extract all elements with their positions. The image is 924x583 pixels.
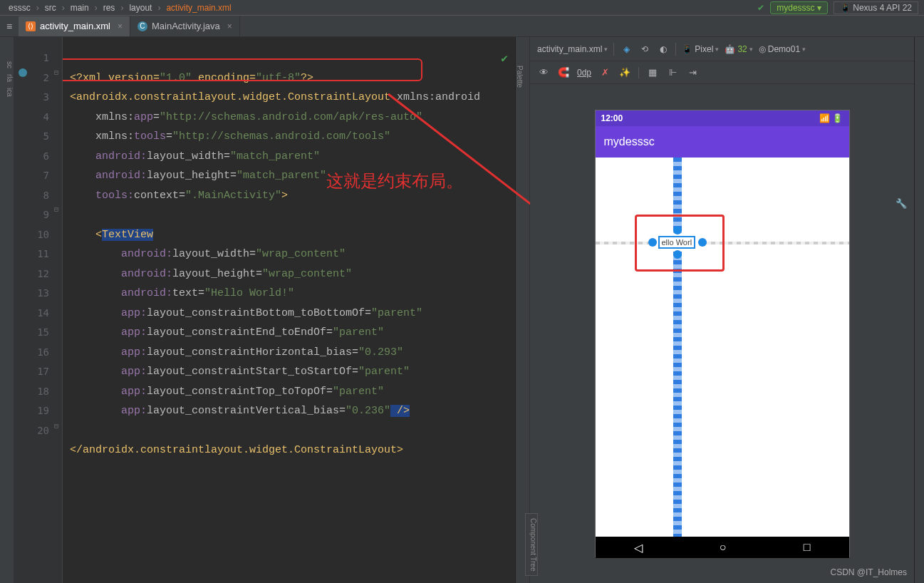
crumb[interactable]: src [45,3,56,13]
crumb[interactable]: main [71,3,89,13]
content-area[interactable]: ello Worl [596,158,849,537]
handle[interactable] [698,238,707,247]
home-icon: ○ [720,541,727,554]
run-config-dropdown[interactable]: mydesssc ▾ [770,1,828,14]
textview-widget[interactable]: ello Worl [658,236,696,249]
fold-icon[interactable]: ⊟ [52,205,61,214]
back-icon: ◁ [634,541,643,554]
file-dropdown[interactable]: activity_main.xml [537,44,608,54]
fold-icon[interactable]: ⊟ [52,422,61,430]
status-bar: 12:00 📶 🔋 [596,110,849,126]
align-icon[interactable]: ▦ [646,66,659,79]
layout-toolbar-2: 👁 🧲 0dp ✗ ✨ ▦ ⊩ ⇥ [530,61,914,84]
tab-label: activity_main.xml [40,21,110,31]
handle[interactable] [648,238,657,247]
watermark: CSDN @IT_Holmes [830,567,907,577]
tab-activity-main[interactable]: ⟨⟩ activity_main.xml × [19,16,130,36]
night-mode-icon[interactable]: ◐ [657,43,670,56]
fold-icon[interactable]: ⊟ [52,68,61,77]
wrench-icon[interactable]: 🔧 [896,198,907,209]
device-select[interactable]: 📱 Pixel [682,44,719,54]
design-surface-icon[interactable]: ◈ [620,43,633,56]
gutter: 1234 5678 9101112 13141516 17181920 ⊟ ⊟ … [14,37,63,583]
code-editor[interactable]: 1234 5678 9101112 13141516 17181920 ⊟ ⊟ … [14,37,515,583]
theme-select[interactable]: ◎ Demo01 [759,44,806,54]
handle[interactable] [673,250,682,259]
device-dropdown[interactable]: 📱 Nexus 4 API 22 [834,1,918,14]
orientation-icon[interactable]: ⟲ [638,43,651,56]
handle[interactable] [673,226,682,234]
crumb[interactable]: res [103,3,115,13]
xml-file-icon: ⟨⟩ [26,21,36,31]
infer-constraints-icon[interactable]: ✨ [618,66,631,79]
annotation-text: 这就是约束布局。 [326,172,463,192]
recents-icon: □ [804,541,811,554]
magnet-icon[interactable]: 🧲 [557,66,570,79]
sync-ok-icon: ✔ [757,3,764,13]
api-select[interactable]: 🤖 32 [725,44,752,54]
editor-tabs: ≡ ⟨⟩ activity_main.xml × C MainActivity.… [0,16,924,37]
close-icon[interactable]: × [227,21,232,31]
close-icon[interactable]: × [118,21,123,31]
java-file-icon: C [137,21,147,31]
right-tool-strip[interactable] [914,37,924,583]
default-margin[interactable]: 0dp [577,68,591,78]
inspection-ok-icon[interactable]: ✔ [501,50,508,70]
view-options-icon[interactable]: 👁 [537,66,550,79]
pack-icon[interactable]: ⇥ [686,66,699,79]
guideline-icon[interactable]: ⊩ [666,66,679,79]
device-preview[interactable]: 12:00 📶 🔋 mydesssc ello Worl [595,110,850,557]
breakpoint-icon[interactable] [19,68,27,77]
constraint-spring-bottom [673,252,682,537]
app-bar: mydesssc [596,126,849,158]
tab-label: MainActivity.java [152,21,220,31]
layout-toolbar-1: activity_main.xml ◈ ⟲ ◐ 📱 Pixel 🤖 32 ◎ D… [530,37,914,61]
left-tool-strip[interactable]: scrlaica [0,37,14,583]
tab-main-activity[interactable]: C MainActivity.java × [130,16,240,36]
component-tree-tab[interactable]: Component Tree [525,513,538,577]
crumb[interactable]: activity_main.xml [166,3,231,13]
app-title: mydesssc [604,135,655,148]
crumb[interactable]: esssc [9,3,31,13]
design-canvas[interactable]: 🔧 12:00 📶 🔋 mydesssc [530,84,914,583]
annotation-box [63,58,422,81]
status-time: 12:00 [601,113,623,123]
layout-editor-panel: activity_main.xml ◈ ⟲ ◐ 📱 Pixel 🤖 32 ◎ D… [529,37,914,583]
project-tool-icon[interactable]: ≡ [0,17,19,36]
nav-bar: ◁ ○ □ [596,537,849,558]
crumb[interactable]: layout [129,3,152,13]
status-icons: 📶 🔋 [819,113,843,123]
clear-constraints-icon[interactable]: ✗ [598,66,611,79]
palette-tab[interactable]: Palette [515,37,529,583]
code-content[interactable]: <?xml version="1.0" encoding="utf-8"?> <… [63,37,515,583]
top-toolbar-right: ✔ mydesssc ▾ 📱 Nexus 4 API 22 [752,0,924,16]
